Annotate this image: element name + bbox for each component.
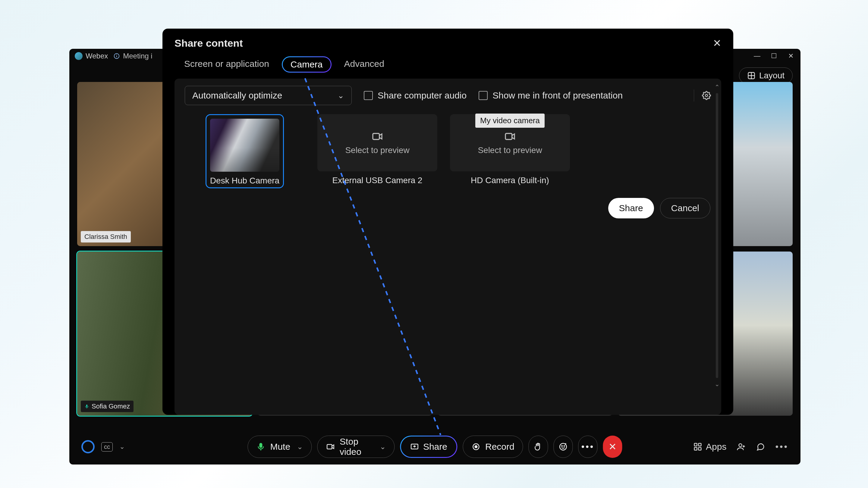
captions-icon[interactable]: cc — [101, 442, 113, 452]
apps-label: Apps — [706, 442, 726, 452]
camera-icon — [326, 442, 335, 451]
cancel-button[interactable]: Cancel — [660, 198, 710, 218]
window-controls: — ☐ ✕ — [753, 52, 795, 60]
tab-screen-or-application[interactable]: Screen or application — [178, 56, 275, 73]
modal-body: Automatically optimize ⌄ Share computer … — [175, 78, 721, 415]
window-close-icon[interactable]: ✕ — [786, 52, 795, 60]
mute-button[interactable]: Mute ⌄ — [247, 435, 312, 458]
show-me-label: Show me in front of presentation — [493, 90, 623, 101]
apps-button[interactable]: Apps — [693, 442, 726, 452]
svg-point-15 — [561, 446, 562, 447]
raise-hand-button[interactable] — [529, 435, 548, 458]
svg-rect-8 — [260, 444, 262, 448]
assistant-icon[interactable] — [82, 440, 95, 453]
modal-scrollbar[interactable]: ⌃ ⌄ — [714, 84, 720, 388]
emoji-icon — [558, 442, 567, 451]
camera-options: Desk Hub Camera Select to preview Extern… — [175, 112, 721, 190]
modal-footer: Share Cancel — [175, 190, 721, 227]
record-icon — [471, 442, 480, 451]
select-to-preview-label: Select to preview — [478, 145, 542, 155]
camera-option-external-usb[interactable]: Select to preview External USB Camera 2 — [317, 114, 437, 185]
tab-camera[interactable]: Camera — [282, 56, 332, 73]
tab-label: Advanced — [344, 59, 384, 69]
modal-close-button[interactable]: ✕ — [713, 37, 721, 49]
svg-point-13 — [475, 446, 477, 448]
participant-name-chip: Clarissa Smith — [81, 231, 131, 242]
share-button[interactable]: Share — [400, 435, 457, 458]
svg-point-14 — [560, 444, 567, 450]
layout-button[interactable]: Layout — [739, 67, 793, 84]
record-label: Record — [485, 442, 515, 452]
camera-preview-thumbnail — [210, 119, 279, 172]
share-confirm-label: Share — [619, 203, 643, 213]
participant-name: Sofia Gomez — [92, 402, 130, 410]
info-icon — [113, 53, 120, 59]
stop-video-label: Stop video — [340, 436, 373, 457]
modal-title: Share content — [175, 37, 243, 49]
end-call-button[interactable]: ✕ — [603, 435, 622, 458]
layout-grid-icon — [747, 71, 755, 80]
share-audio-checkbox[interactable]: Share computer audio — [364, 90, 467, 101]
svg-rect-10 — [327, 445, 332, 449]
tab-advanced[interactable]: Advanced — [338, 56, 390, 73]
reactions-button[interactable] — [553, 435, 572, 458]
chevron-down-icon[interactable]: ⌄ — [297, 443, 303, 451]
close-icon: ✕ — [713, 37, 721, 49]
optimize-dropdown-value: Automatically optimize — [192, 90, 282, 101]
select-to-preview-label: Select to preview — [345, 145, 409, 155]
cancel-label: Cancel — [671, 203, 699, 213]
window-minimize-icon[interactable]: — — [753, 52, 761, 60]
apps-grid-icon — [693, 442, 702, 451]
webex-logo-icon — [75, 52, 83, 60]
share-label: Share — [423, 442, 447, 452]
scroll-track — [716, 93, 718, 378]
record-button[interactable]: Record — [463, 435, 523, 458]
camera-icon — [371, 130, 383, 142]
layout-button-label: Layout — [759, 71, 784, 80]
meeting-controls: cc ⌄ Mute ⌄ Stop video ⌄ Share — [69, 429, 801, 464]
svg-rect-17 — [694, 444, 697, 446]
meeting-info-text: Meeting i — [123, 52, 152, 60]
svg-rect-18 — [699, 444, 701, 446]
ellipsis-icon: ••• — [581, 442, 595, 452]
participant-name-chip: Sofia Gomez — [81, 401, 133, 412]
participants-icon[interactable] — [737, 442, 746, 451]
checkbox-icon — [364, 91, 373, 100]
window-maximize-icon[interactable]: ☐ — [770, 52, 778, 60]
share-content-modal: Share content ✕ Screen or application Ca… — [162, 29, 733, 415]
camera-option-label: External USB Camera 2 — [333, 175, 423, 185]
app-brand: Webex — [75, 52, 108, 60]
camera-option-hd-builtin[interactable]: My video camera Select to preview HD Cam… — [450, 114, 570, 185]
share-screen-icon — [410, 442, 419, 451]
show-me-checkbox[interactable]: Show me in front of presentation — [478, 90, 623, 101]
share-confirm-button[interactable]: Share — [608, 198, 654, 218]
settings-gear-icon[interactable] — [702, 91, 711, 100]
svg-rect-23 — [373, 133, 379, 139]
svg-point-2 — [116, 55, 117, 55]
svg-point-22 — [705, 94, 708, 97]
svg-rect-24 — [505, 133, 512, 139]
tab-label: Screen or application — [184, 59, 269, 69]
optimize-dropdown[interactable]: Automatically optimize ⌄ — [185, 86, 352, 105]
chevron-down-icon[interactable]: ⌄ — [119, 443, 125, 451]
mute-label: Mute — [270, 442, 290, 452]
panel-more-icon[interactable]: ••• — [775, 442, 788, 452]
camera-option-desk-hub[interactable]: Desk Hub Camera — [185, 114, 305, 188]
svg-rect-19 — [694, 448, 697, 450]
camera-option-label: HD Camera (Built-in) — [471, 175, 549, 185]
camera-placeholder: Select to preview — [317, 114, 437, 171]
chevron-up-icon: ⌃ — [715, 84, 720, 91]
share-audio-label: Share computer audio — [378, 90, 467, 101]
more-options-button[interactable]: ••• — [578, 435, 597, 458]
close-icon: ✕ — [609, 441, 617, 452]
stop-video-button[interactable]: Stop video ⌄ — [317, 435, 395, 458]
tab-label: Camera — [283, 57, 331, 72]
chat-icon[interactable] — [756, 442, 765, 451]
modal-tabs: Screen or application Camera Advanced — [162, 52, 733, 78]
divider — [694, 90, 694, 101]
meeting-info-chip[interactable]: Meeting i — [113, 52, 152, 60]
chevron-down-icon[interactable]: ⌄ — [380, 443, 386, 451]
svg-rect-6 — [86, 404, 87, 407]
chevron-down-icon: ⌄ — [338, 91, 344, 100]
checkbox-icon — [478, 91, 488, 100]
